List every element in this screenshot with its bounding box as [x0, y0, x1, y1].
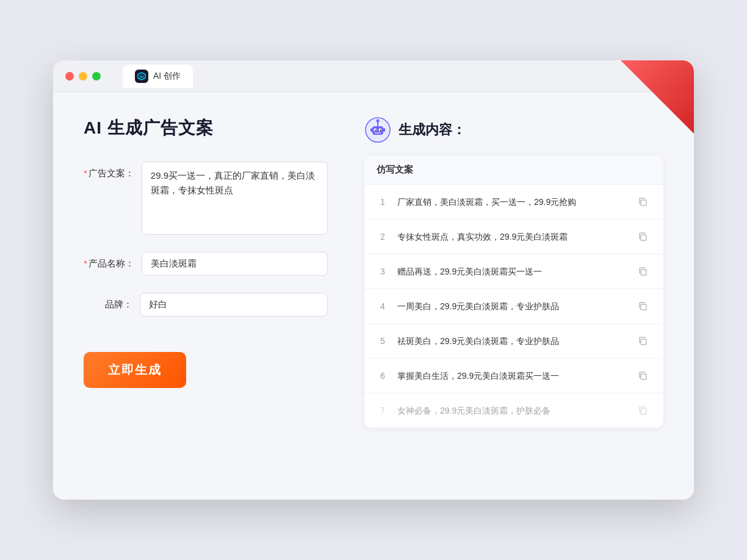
maximize-button[interactable] [92, 72, 101, 81]
table-row: 5 祛斑美白，29.9元美白淡斑霜，专业护肤品 [364, 324, 663, 359]
generate-button[interactable]: 立即生成 [84, 352, 186, 388]
form-group-product-name: *产品名称： [84, 252, 328, 276]
minimize-button[interactable] [79, 72, 87, 81]
table-row: 1 厂家直销，美白淡斑霜，买一送一，29.9元抢购 [364, 185, 663, 220]
close-button[interactable] [65, 72, 74, 81]
form-group-brand: 品牌： [84, 293, 328, 317]
svg-rect-10 [370, 128, 372, 132]
row-text-7: 女神必备，29.9元美白淡斑霜，护肤必备 [397, 404, 626, 417]
copy-button-5[interactable] [634, 332, 651, 350]
svg-point-9 [377, 120, 380, 123]
row-num-2: 2 [377, 232, 389, 242]
svg-rect-15 [641, 270, 646, 275]
svg-rect-19 [641, 409, 646, 414]
svg-rect-13 [641, 200, 646, 206]
row-text-4: 一周美白，29.9元美白淡斑霜，专业护肤品 [397, 300, 626, 313]
svg-point-7 [380, 130, 381, 131]
row-num-7: 7 [377, 406, 389, 415]
product-name-input[interactable] [142, 252, 328, 276]
row-num-4: 4 [377, 301, 389, 311]
page-title: AI 生成广告文案 [84, 117, 328, 140]
tab-label: AI 创作 [153, 71, 181, 82]
ad-copy-textarea[interactable]: 29.9买一送一，真正的厂家直销，美白淡斑霜，专抹女性斑点 [142, 162, 328, 235]
svg-rect-17 [641, 339, 646, 345]
main-content: AI 生成广告文案 *广告文案： 29.9买一送一，真正的厂家直销，美白淡斑霜，… [53, 92, 694, 500]
ai-tab-icon: AI [135, 70, 148, 83]
label-ad-copy: *广告文案： [84, 162, 134, 179]
copy-button-3[interactable] [634, 263, 651, 280]
right-title: 生成内容： [399, 121, 466, 139]
required-star-2: * [84, 258, 87, 268]
left-panel: AI 生成广告文案 *广告文案： 29.9买一送一，真正的厂家直销，美白淡斑霜，… [84, 117, 328, 475]
svg-rect-16 [641, 304, 646, 310]
label-product-name: *产品名称： [84, 252, 134, 270]
table-row: 7 女神必备，29.9元美白淡斑霜，护肤必备 [364, 393, 663, 428]
copy-button-1[interactable] [634, 193, 651, 210]
traffic-lights [65, 72, 101, 81]
row-text-5: 祛斑美白，29.9元美白淡斑霜，专业护肤品 [397, 335, 626, 348]
tab-ai-create[interactable]: AI AI 创作 [123, 65, 193, 88]
svg-point-6 [375, 130, 377, 131]
right-header: 生成内容： [364, 117, 663, 143]
row-num-3: 3 [377, 267, 389, 276]
table-row: 6 掌握美白生活，29.9元美白淡斑霜买一送一 [364, 359, 663, 393]
row-text-1: 厂家直销，美白淡斑霜，买一送一，29.9元抢购 [397, 196, 626, 209]
row-num-1: 1 [377, 197, 389, 207]
results-table: 仿写文案 1 厂家直销，美白淡斑霜，买一送一，29.9元抢购 2 专抹女性斑点，… [364, 156, 663, 428]
svg-rect-12 [375, 132, 381, 134]
required-star-1: * [84, 168, 87, 178]
row-num-6: 6 [377, 371, 389, 381]
title-bar: AI AI 创作 [53, 60, 694, 92]
row-text-6: 掌握美白生活，29.9元美白淡斑霜买一送一 [397, 370, 626, 382]
table-header: 仿写文案 [364, 156, 663, 185]
svg-rect-18 [641, 374, 646, 379]
right-panel: 生成内容： 仿写文案 1 厂家直销，美白淡斑霜，买一送一，29.9元抢购 2 专… [364, 117, 663, 475]
label-brand: 品牌： [84, 293, 132, 311]
table-row: 2 专抹女性斑点，真实功效，29.9元美白淡斑霜 [364, 220, 663, 254]
browser-window: AI AI 创作 AI 生成广告文案 *广告文案： 29.9买一送一，真正的厂家… [53, 60, 694, 500]
svg-rect-14 [641, 235, 646, 240]
row-num-5: 5 [377, 336, 389, 346]
copy-button-4[interactable] [634, 298, 651, 315]
copy-button-7[interactable] [634, 402, 651, 419]
brand-input[interactable] [140, 293, 328, 317]
row-text-3: 赠品再送，29.9元美白淡斑霜买一送一 [397, 265, 626, 278]
row-text-2: 专抹女性斑点，真实功效，29.9元美白淡斑霜 [397, 231, 626, 243]
form-group-ad-copy: *广告文案： 29.9买一送一，真正的厂家直销，美白淡斑霜，专抹女性斑点 [84, 162, 328, 235]
svg-text:AI: AI [140, 74, 144, 79]
table-row: 3 赠品再送，29.9元美白淡斑霜买一送一 [364, 254, 663, 289]
robot-icon [364, 117, 391, 143]
copy-button-2[interactable] [634, 228, 651, 245]
copy-button-6[interactable] [634, 367, 651, 384]
table-row: 4 一周美白，29.9元美白淡斑霜，专业护肤品 [364, 289, 663, 324]
svg-rect-11 [383, 128, 385, 132]
